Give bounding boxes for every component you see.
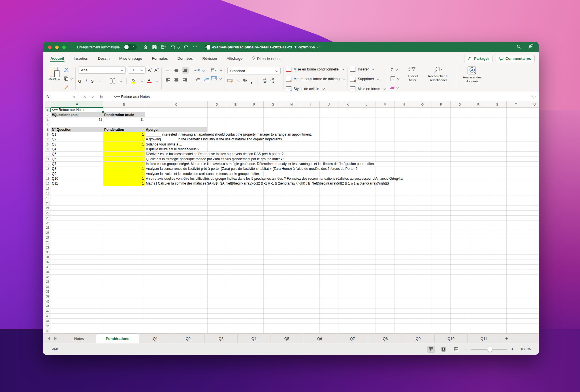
cell-N2[interactable] xyxy=(395,112,413,117)
cell-K46[interactable] xyxy=(338,328,357,333)
cell-P17[interactable] xyxy=(432,186,451,191)
cell-P14[interactable] xyxy=(432,171,451,176)
cell-U38[interactable] xyxy=(525,289,539,294)
cell-D41[interactable] xyxy=(208,304,226,309)
styles-button-0[interactable]: Mise en forme conditionnelle xyxy=(286,67,345,72)
cell-U36[interactable] xyxy=(525,279,539,284)
cell-G29[interactable] xyxy=(264,245,282,250)
cell-T38[interactable] xyxy=(507,289,525,294)
cell-P45[interactable] xyxy=(432,324,451,328)
cell-E34[interactable] xyxy=(226,269,245,274)
sheet-tab-q8[interactable]: Q8 xyxy=(369,334,402,343)
cell-N37[interactable] xyxy=(395,284,413,289)
cell-K39[interactable] xyxy=(338,294,357,299)
cell-O11[interactable] xyxy=(413,157,432,161)
cell-J4[interactable] xyxy=(320,122,338,127)
cell-N34[interactable] xyxy=(395,269,413,274)
sheet-tab-q1[interactable]: Q1 xyxy=(139,334,172,343)
cell-C4[interactable] xyxy=(145,122,208,127)
cell-A17[interactable] xyxy=(51,186,103,191)
column-header-B[interactable]: B xyxy=(103,101,145,108)
cell-K5[interactable] xyxy=(338,127,357,132)
cell-S41[interactable] xyxy=(488,304,507,309)
cell-T4[interactable] xyxy=(507,122,525,127)
row-header-12[interactable]: 12 xyxy=(45,162,51,166)
cell-K32[interactable] xyxy=(338,260,357,265)
font-size-select[interactable]: 11 xyxy=(128,66,146,74)
cell-S11[interactable] xyxy=(488,157,507,161)
autosave-toggle[interactable]: o xyxy=(124,44,137,50)
cell-T28[interactable] xyxy=(507,240,525,245)
cell-J46[interactable] xyxy=(320,328,338,333)
cell-S45[interactable] xyxy=(488,324,507,328)
cell-E33[interactable] xyxy=(226,265,245,269)
cell-K36[interactable] xyxy=(338,279,357,284)
cell-J27[interactable] xyxy=(320,235,338,240)
cell-M8[interactable] xyxy=(376,142,395,147)
cell-M32[interactable] xyxy=(376,260,395,265)
cell-R11[interactable] xyxy=(469,157,488,161)
cell-H23[interactable] xyxy=(282,216,301,220)
cell-G17[interactable] xyxy=(264,186,282,191)
cell-I8[interactable] xyxy=(301,142,320,147)
cell-M14[interactable] xyxy=(376,171,395,176)
cell-N46[interactable] xyxy=(395,328,413,333)
cell-L18[interactable] xyxy=(357,191,376,196)
row-header-13[interactable]: 13 xyxy=(45,166,51,171)
cell-N7[interactable] xyxy=(395,137,413,142)
copy-button[interactable] xyxy=(64,75,73,82)
cell-L37[interactable] xyxy=(357,284,376,289)
cell-H20[interactable] xyxy=(282,201,301,206)
undo-icon[interactable] xyxy=(170,45,175,50)
cell-H28[interactable] xyxy=(282,240,301,245)
cell-U12[interactable] xyxy=(525,162,539,166)
cell-J39[interactable] xyxy=(320,294,338,299)
cell-D40[interactable] xyxy=(208,299,226,304)
cell-M28[interactable] xyxy=(376,240,395,245)
cell-I9[interactable] xyxy=(301,147,320,152)
ribbon-tab-formules[interactable]: Formules xyxy=(151,53,168,63)
cell-O9[interactable] xyxy=(413,147,432,152)
cell-O2[interactable] xyxy=(413,112,432,117)
cell-S37[interactable] xyxy=(488,284,507,289)
column-header-R[interactable]: R xyxy=(469,101,488,108)
cell-D17[interactable] xyxy=(208,186,226,191)
cell-H36[interactable] xyxy=(282,279,301,284)
cell-B3[interactable]: 11 xyxy=(103,117,145,122)
cell-F25[interactable] xyxy=(245,225,264,230)
cell-B19[interactable] xyxy=(103,196,145,201)
cell-S30[interactable] xyxy=(488,250,507,255)
paste-button[interactable]: Coller xyxy=(46,66,61,81)
cell-S8[interactable] xyxy=(488,142,507,147)
tab-scroll-right-icon[interactable] xyxy=(54,337,57,340)
cell-D46[interactable] xyxy=(208,328,226,333)
row-header-44[interactable]: 44 xyxy=(45,319,51,324)
cell-M34[interactable] xyxy=(376,269,395,274)
column-header-F[interactable]: F xyxy=(245,101,264,108)
cell-Q22[interactable] xyxy=(451,211,469,215)
cell-L33[interactable] xyxy=(357,265,376,269)
cell-I28[interactable] xyxy=(301,240,320,245)
cell-U46[interactable] xyxy=(525,328,539,333)
cell-S23[interactable] xyxy=(488,216,507,220)
cell-H24[interactable] xyxy=(282,220,301,225)
cell-D30[interactable] xyxy=(208,250,226,255)
cells-button-1[interactable]: ✕Supprimer xyxy=(350,77,385,82)
cell-J19[interactable] xyxy=(320,196,338,201)
cell-A20[interactable] xyxy=(51,201,103,206)
cell-A27[interactable] xyxy=(51,235,103,240)
cell-L28[interactable] xyxy=(357,240,376,245)
cell-S16[interactable] xyxy=(488,181,507,186)
cell-N25[interactable] xyxy=(395,225,413,230)
cell-I5[interactable] xyxy=(301,127,320,132)
cell-T17[interactable] xyxy=(507,186,525,191)
cell-C17[interactable] xyxy=(145,186,208,191)
cell-A36[interactable] xyxy=(51,279,103,284)
cell-Q2[interactable] xyxy=(451,112,469,117)
cell-R5[interactable] xyxy=(469,127,488,132)
cell-U31[interactable] xyxy=(525,255,539,260)
cell-T5[interactable] xyxy=(507,127,525,132)
cell-F26[interactable] xyxy=(245,230,264,235)
cell-R9[interactable] xyxy=(469,147,488,152)
cell-L32[interactable] xyxy=(357,260,376,265)
